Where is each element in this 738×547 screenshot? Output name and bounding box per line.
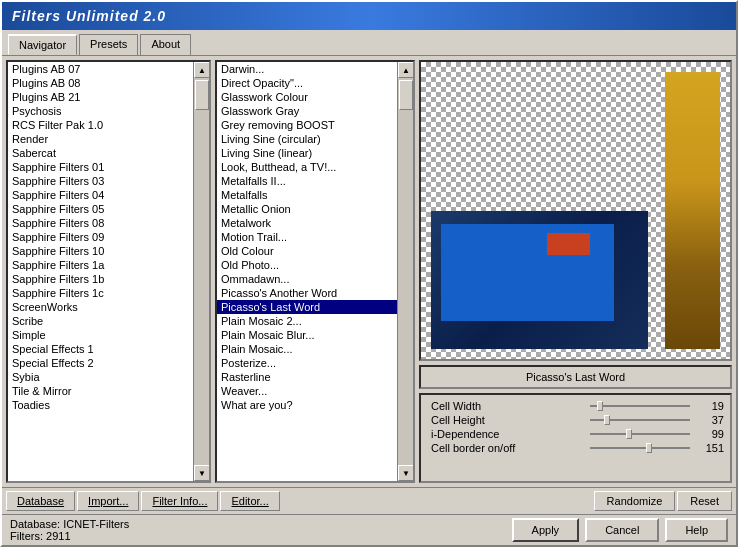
tab-about[interactable]: About [140, 34, 191, 55]
param-slider[interactable] [590, 400, 690, 412]
param-slider-thumb[interactable] [646, 443, 652, 453]
filter-list-item[interactable]: Glasswork Colour [217, 90, 397, 104]
tab-navigator[interactable]: Navigator [8, 34, 77, 55]
action-buttons: Apply Cancel Help [512, 518, 728, 542]
import-button[interactable]: Import... [77, 491, 139, 511]
category-list-item[interactable]: Render [8, 132, 193, 146]
filter-list-item[interactable]: Posterize... [217, 356, 397, 370]
filter-list-item[interactable]: Rasterline [217, 370, 397, 384]
category-list-item[interactable]: Sybia [8, 370, 193, 384]
filter-list-item[interactable]: Plain Mosaic 2... [217, 314, 397, 328]
param-value: 151 [694, 442, 724, 454]
filter-info-button[interactable]: Filter Info... [141, 491, 218, 511]
filter-list-item[interactable]: Darwin... [217, 62, 397, 76]
category-list-item[interactable]: RCS Filter Pak 1.0 [8, 118, 193, 132]
category-list-item[interactable]: Plugins AB 08 [8, 76, 193, 90]
scroll-up-btn[interactable]: ▲ [194, 62, 210, 78]
left-scrollbar[interactable]: ▲ ▼ [193, 62, 209, 481]
filter-list-item[interactable]: Metalfalls [217, 188, 397, 202]
param-slider[interactable] [590, 414, 690, 426]
filter-list-item[interactable]: Direct Opacity"... [217, 76, 397, 90]
randomize-button[interactable]: Randomize [594, 491, 676, 511]
param-slider-thumb[interactable] [597, 401, 603, 411]
filter-list-item[interactable]: Living Sine (linear) [217, 146, 397, 160]
filter-preview [431, 72, 720, 349]
apply-button[interactable]: Apply [512, 518, 580, 542]
middle-scroll-track [398, 78, 413, 465]
filter-list-item[interactable]: Old Colour [217, 244, 397, 258]
category-list[interactable]: Plugins AB 07Plugins AB 08Plugins AB 21P… [6, 60, 211, 483]
param-value: 37 [694, 414, 724, 426]
category-list-item[interactable]: Sapphire Filters 05 [8, 202, 193, 216]
category-list-item[interactable]: Sapphire Filters 04 [8, 188, 193, 202]
filter-list-content: Darwin...Direct Opacity"...Glasswork Col… [217, 62, 413, 412]
category-list-item[interactable]: Sapphire Filters 10 [8, 244, 193, 258]
category-list-item[interactable]: Scribe [8, 314, 193, 328]
editor-button[interactable]: Editor... [220, 491, 279, 511]
param-label: Cell Height [427, 414, 586, 426]
param-slider-thumb[interactable] [604, 415, 610, 425]
filter-list-item[interactable]: Weaver... [217, 384, 397, 398]
filter-list-item[interactable]: Motion Trail... [217, 230, 397, 244]
help-button[interactable]: Help [665, 518, 728, 542]
category-list-item[interactable]: Plugins AB 21 [8, 90, 193, 104]
param-slider[interactable] [590, 442, 690, 454]
category-list-item[interactable]: Sapphire Filters 01 [8, 160, 193, 174]
tab-presets[interactable]: Presets [79, 34, 138, 55]
middle-scroll-down-btn[interactable]: ▼ [398, 465, 414, 481]
status-info: Database: ICNET-Filters Filters: 2911 [10, 518, 512, 542]
category-list-item[interactable]: Simple [8, 328, 193, 342]
category-list-item[interactable]: Sabercat [8, 146, 193, 160]
category-list-item[interactable]: ScreenWorks [8, 300, 193, 314]
middle-scroll-up-btn[interactable]: ▲ [398, 62, 414, 78]
filter-list-item[interactable]: Metallic Onion [217, 202, 397, 216]
scroll-down-btn[interactable]: ▼ [194, 465, 210, 481]
database-status: Database: ICNET-Filters [10, 518, 512, 530]
filter-list[interactable]: Darwin...Direct Opacity"...Glasswork Col… [215, 60, 415, 483]
category-list-item[interactable]: Tile & Mirror [8, 384, 193, 398]
filter-list-item[interactable]: Old Photo... [217, 258, 397, 272]
filter-list-item[interactable]: Picasso's Last Word [217, 300, 397, 314]
param-label: Cell Width [427, 400, 586, 412]
param-slider-thumb[interactable] [626, 429, 632, 439]
cancel-button[interactable]: Cancel [585, 518, 659, 542]
filter-list-item[interactable]: Look, Butthead, a TV!... [217, 160, 397, 174]
category-list-item[interactable]: Plugins AB 07 [8, 62, 193, 76]
filter-list-item[interactable]: Metalwork [217, 216, 397, 230]
filter-list-item[interactable]: Plain Mosaic... [217, 342, 397, 356]
reset-button[interactable]: Reset [677, 491, 732, 511]
filter-list-item[interactable]: Grey removing BOOST [217, 118, 397, 132]
category-list-item[interactable]: Toadies [8, 398, 193, 412]
category-list-item[interactable]: Sapphire Filters 1a [8, 258, 193, 272]
tab-bar: Navigator Presets About [2, 30, 736, 56]
param-slider-track [590, 447, 690, 449]
category-list-item[interactable]: Psychosis [8, 104, 193, 118]
filter-list-item[interactable]: What are you? [217, 398, 397, 412]
category-list-item[interactable]: Sapphire Filters 1c [8, 286, 193, 300]
middle-scroll-thumb[interactable] [399, 80, 413, 110]
param-slider-track [590, 405, 690, 407]
filter-list-item[interactable]: Ommadawn... [217, 272, 397, 286]
category-list-item[interactable]: Sapphire Filters 1b [8, 272, 193, 286]
filter-list-item[interactable]: Plain Mosaic Blur... [217, 328, 397, 342]
param-slider[interactable] [590, 428, 690, 440]
category-list-item[interactable]: Special Effects 2 [8, 356, 193, 370]
database-button[interactable]: Database [6, 491, 75, 511]
filter-list-item[interactable]: Metalfalls II... [217, 174, 397, 188]
title-bar: Filters Unlimited 2.0 [2, 2, 736, 30]
preview-accent [547, 233, 590, 255]
filter-list-item[interactable]: Glasswork Gray [217, 104, 397, 118]
filter-list-item[interactable]: Living Sine (circular) [217, 132, 397, 146]
filter-name-text: Picasso's Last Word [526, 371, 625, 383]
category-list-item[interactable]: Sapphire Filters 03 [8, 174, 193, 188]
category-list-item[interactable]: Special Effects 1 [8, 342, 193, 356]
scroll-track [194, 78, 209, 465]
category-list-item[interactable]: Sapphire Filters 08 [8, 216, 193, 230]
category-list-item[interactable]: Sapphire Filters 09 [8, 230, 193, 244]
right-panel: Picasso's Last Word Cell Width19Cell Hei… [419, 60, 732, 483]
middle-scrollbar[interactable]: ▲ ▼ [397, 62, 413, 481]
filter-list-item[interactable]: Picasso's Another Word [217, 286, 397, 300]
filter-name-bar: Picasso's Last Word [419, 365, 732, 389]
database-label: Database: [10, 518, 60, 530]
scroll-thumb[interactable] [195, 80, 209, 110]
